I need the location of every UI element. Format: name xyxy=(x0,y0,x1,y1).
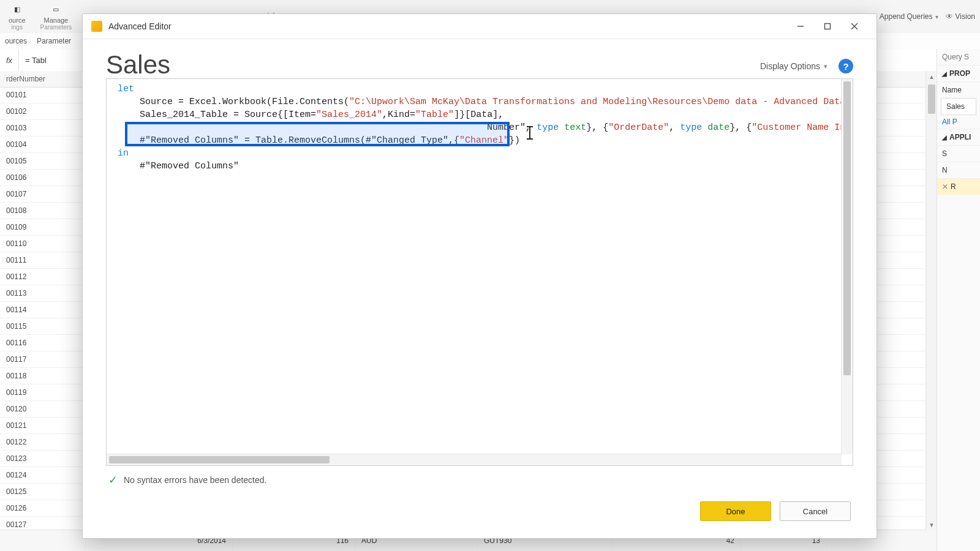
table-cell: 00107 xyxy=(0,186,86,202)
panel-label-name: Name xyxy=(937,81,980,98)
table-cell: 00103 xyxy=(0,120,86,136)
ribbon-group-parameters[interactable]: ▭ Manage Parameters xyxy=(37,2,76,32)
ribbon-sublabel: ings xyxy=(12,24,23,31)
table-cell: 00124 xyxy=(0,467,86,483)
display-options-dropdown[interactable]: Display Options ▾ xyxy=(760,61,827,71)
window-close-button[interactable] xyxy=(841,17,868,36)
code-editor[interactable]: let Source = Excel.Workbook(File.Content… xyxy=(106,78,853,466)
table-cell: 00112 xyxy=(0,269,86,285)
svg-rect-1 xyxy=(825,24,831,29)
scroll-thumb[interactable] xyxy=(843,81,851,375)
table-cell: 00116 xyxy=(0,335,86,351)
editor-vertical-scrollbar[interactable] xyxy=(841,79,853,454)
query-settings-panel: Query S ◢PROP Name Sales All P ◢APPLI S … xyxy=(937,49,980,551)
syntax-status: ✓ No syntax errors have been detected. xyxy=(106,466,853,488)
check-icon: ✓ xyxy=(108,473,118,487)
table-cell: 00113 xyxy=(0,285,86,301)
delete-step-icon[interactable]: ✕ xyxy=(942,182,948,191)
collapse-icon[interactable]: ◢ xyxy=(942,134,947,141)
table-cell: 00127 xyxy=(0,517,86,530)
ribbon-sublabel: Parameters xyxy=(40,24,72,31)
table-cell: 00110 xyxy=(0,236,86,252)
ribbon-label: ource xyxy=(9,17,26,24)
ribbon-text: Vision xyxy=(956,12,975,21)
ribbon-text: Append Queries xyxy=(880,12,933,21)
table-cell: 00122 xyxy=(0,434,86,450)
ribbon-vision[interactable]: 👁 Vision xyxy=(946,12,975,21)
panel-section-applied-steps: ◢APPLI xyxy=(937,129,980,145)
table-cell: 00111 xyxy=(0,252,86,268)
bg-tab[interactable]: Parameter xyxy=(37,37,71,45)
parameter-icon: ▭ xyxy=(49,3,62,17)
ribbon-label: Manage xyxy=(43,17,68,24)
advanced-editor-dialog: Advanced Editor Sales Display Options ▾ xyxy=(82,13,877,539)
syntax-status-text: No syntax errors have been detected. xyxy=(124,475,266,485)
bg-vertical-scrollbar[interactable]: ▲ ▼ xyxy=(925,71,937,530)
table-cell: 00101 xyxy=(0,87,86,103)
table-cell: 00109 xyxy=(0,219,86,235)
table-cell: 00120 xyxy=(0,401,86,417)
scroll-thumb[interactable] xyxy=(928,84,935,114)
all-properties-link[interactable]: All P xyxy=(937,115,980,129)
window-maximize-button[interactable] xyxy=(814,17,841,36)
chevron-down-icon: ▾ xyxy=(935,13,938,20)
chevron-down-icon: ▾ xyxy=(824,62,827,70)
bg-tab[interactable]: ources xyxy=(5,37,27,45)
table-cell: 00104 xyxy=(0,137,86,152)
applied-step[interactable]: N xyxy=(937,162,980,178)
dialog-title-bar: Advanced Editor xyxy=(83,14,876,39)
collapse-icon[interactable]: ◢ xyxy=(942,70,947,77)
text-cursor-icon xyxy=(529,127,530,139)
table-cell: 00126 xyxy=(0,500,86,516)
editor-horizontal-scrollbar[interactable] xyxy=(107,454,842,465)
scroll-thumb[interactable] xyxy=(109,456,330,463)
table-cell: 00108 xyxy=(0,203,86,219)
table-cell: 00102 xyxy=(0,103,86,119)
scroll-down-icon[interactable]: ▼ xyxy=(926,519,937,530)
applied-step-selected[interactable]: ✕R xyxy=(937,178,980,195)
powerbi-logo-icon xyxy=(91,21,102,32)
help-icon[interactable]: ? xyxy=(839,59,853,73)
done-button[interactable]: Done xyxy=(700,501,771,521)
eye-icon: 👁 xyxy=(946,12,953,21)
column-header-ordernumber[interactable]: rderNumber xyxy=(0,71,86,87)
ribbon-group-source[interactable]: ◧ ource ings xyxy=(5,2,29,32)
dialog-title: Advanced Editor xyxy=(108,21,787,31)
applied-step[interactable]: S xyxy=(937,145,980,162)
panel-section-properties: ◢PROP xyxy=(937,65,980,81)
fx-icon[interactable]: fx xyxy=(0,49,19,71)
table-cell: 00115 xyxy=(0,318,86,334)
table-cell: 00118 xyxy=(0,368,86,384)
display-options-label: Display Options xyxy=(760,61,820,71)
bg-cell xyxy=(0,530,86,551)
table-cell: 00123 xyxy=(0,451,86,467)
scroll-up-icon[interactable]: ▲ xyxy=(926,71,937,82)
panel-title: Query S xyxy=(937,49,980,65)
cancel-button[interactable]: Cancel xyxy=(780,501,851,521)
table-cell: 00114 xyxy=(0,302,86,318)
table-cell: 00105 xyxy=(0,153,86,169)
table-cell: 00117 xyxy=(0,351,86,367)
table-cell: 00119 xyxy=(0,384,86,400)
table-cell: 00121 xyxy=(0,418,86,433)
table-cell: 00106 xyxy=(0,170,86,186)
query-name-input[interactable]: Sales xyxy=(941,98,976,115)
ribbon-append-queries[interactable]: ⧉ Append Queries ▾ xyxy=(872,12,938,21)
window-minimize-button[interactable] xyxy=(787,17,814,36)
database-icon: ◧ xyxy=(10,3,24,17)
table-cell: 00125 xyxy=(0,484,86,500)
